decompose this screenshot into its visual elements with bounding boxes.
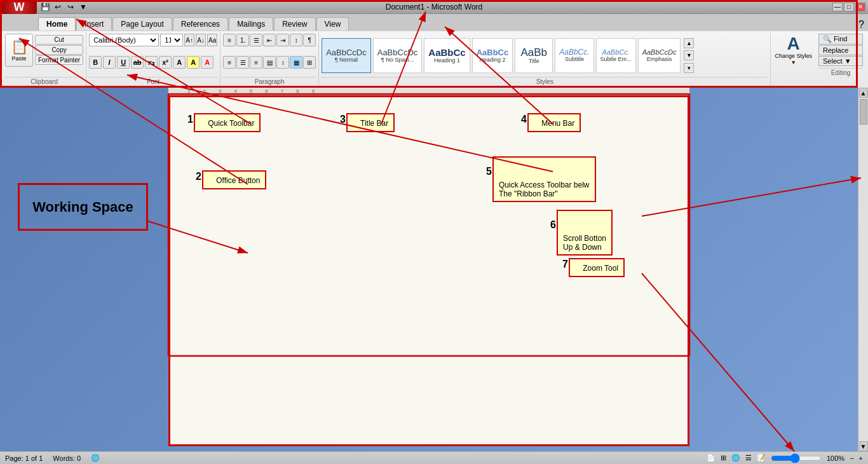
show-marks-button[interactable]: ¶: [303, 34, 316, 46]
subscript-button[interactable]: x₂: [145, 56, 158, 69]
text-effects-button[interactable]: A: [173, 56, 186, 69]
shading-button[interactable]: ▦: [290, 56, 302, 69]
annotation-menu-bar: 4 Menu Bar: [527, 113, 581, 132]
styles-expand-button[interactable]: ▾: [684, 63, 694, 73]
ribbon-content: 📋 Paste Cut Copy Format Painter Clipboar…: [0, 31, 868, 88]
select-button[interactable]: Select ▼: [818, 56, 863, 66]
font-size-select[interactable]: 11: [160, 34, 183, 46]
align-center-button[interactable]: ☰: [236, 56, 249, 69]
style-heading2[interactable]: AaBbCc Heading 2: [472, 38, 513, 73]
tab-mailings[interactable]: Mailings: [229, 17, 273, 31]
scroll-thumb[interactable]: [860, 99, 867, 125]
cut-button[interactable]: Cut: [35, 35, 83, 44]
tab-view[interactable]: View: [316, 17, 349, 31]
clipboard-label: Clipboard: [5, 77, 83, 85]
increase-font-button[interactable]: A↑: [184, 34, 194, 46]
copy-button[interactable]: Copy: [35, 45, 83, 55]
style-no-spacing[interactable]: AaBbCcDc ¶ No Spaci...: [373, 38, 423, 73]
annotation-zoom-tool: 7 Zoom Tool: [569, 258, 625, 277]
tab-page-layout[interactable]: Page Layout: [112, 17, 172, 31]
decrease-font-button[interactable]: A↓: [196, 34, 206, 46]
annotation-quick-access-below: 5 Quick Access Toolbar belw The "Ribbon …: [492, 156, 596, 202]
maximize-button[interactable]: □: [844, 3, 854, 11]
annotation-quick-toolbar: 1 Quick Toolbar: [194, 113, 261, 132]
minimize-button[interactable]: —: [832, 3, 843, 11]
status-bar: Page: 1 of 1 Words: 0 🌐 📄 ⊞ 🌐 ☰ 📝 100% −…: [0, 451, 868, 464]
paste-button[interactable]: 📋 Paste: [5, 34, 33, 67]
font-family-select[interactable]: Calibri (Body): [89, 34, 159, 46]
highlight-button[interactable]: A: [187, 56, 200, 69]
view-outline-button[interactable]: ☰: [745, 454, 752, 462]
help-button[interactable]: ?: [858, 19, 864, 30]
find-button[interactable]: 🔍 Find: [818, 34, 863, 44]
numbering-button[interactable]: 1.: [236, 34, 249, 46]
window-controls: — □ ✕: [832, 3, 865, 11]
style-title[interactable]: AaBb Title: [515, 38, 553, 73]
undo-qa-button[interactable]: ↩: [52, 2, 64, 12]
view-print-button[interactable]: 📄: [707, 454, 715, 462]
change-styles-button[interactable]: A Change Styles ▼: [773, 34, 813, 67]
superscript-button[interactable]: x²: [159, 56, 172, 69]
style-heading1[interactable]: AaBbCc Heading 1: [424, 38, 470, 73]
style-normal[interactable]: AaBbCcDc ¶ Normal: [322, 38, 371, 73]
editing-group: 🔍 Find Replace Select ▼ Editing: [818, 34, 863, 76]
quick-access-toolbar: 💾 ↩ ↪ ▼: [39, 2, 89, 12]
tab-references[interactable]: References: [173, 17, 228, 31]
view-draft-button[interactable]: 📝: [757, 454, 766, 462]
language-indicator: 🌐: [91, 454, 100, 462]
clear-format-button[interactable]: Aa: [207, 34, 217, 46]
increase-indent-button[interactable]: ⇥: [276, 34, 289, 46]
dropdown-qa-button[interactable]: ▼: [78, 2, 89, 12]
office-button[interactable]: W: [1, 0, 37, 14]
window-title: Document1 - Microsoft Word: [386, 3, 483, 11]
zoom-out-button[interactable]: −: [850, 454, 853, 462]
align-right-button[interactable]: ≡: [250, 56, 262, 69]
tab-home[interactable]: Home: [38, 17, 76, 31]
replace-button[interactable]: Replace: [818, 45, 863, 55]
styles-label: Styles: [322, 77, 768, 85]
multilevel-button[interactable]: ☰: [250, 34, 262, 46]
redo-qa-button[interactable]: ↪: [65, 2, 76, 12]
styles-scroll-up-button[interactable]: ▲: [684, 38, 694, 48]
scroll-down-button[interactable]: ▼: [859, 441, 868, 451]
vertical-scrollbar[interactable]: ▲ ▼: [858, 88, 868, 451]
main-area: 123456789 Working Space 1 Quick Toolbar …: [0, 88, 868, 451]
close-button[interactable]: ✕: [855, 3, 865, 11]
page-info: Page: 1 of 1: [5, 454, 43, 462]
status-right: 📄 ⊞ 🌐 ☰ 📝 100% − +: [707, 453, 863, 463]
strikethrough-button[interactable]: ab: [131, 56, 144, 69]
bullets-button[interactable]: ≡: [223, 34, 236, 46]
style-subtle-emphasis[interactable]: AaBbCc. Subtle Em...: [596, 38, 636, 73]
editing-label: Editing: [818, 68, 863, 76]
working-space-label: Working Space: [32, 199, 133, 215]
line-spacing-button[interactable]: ↕: [276, 56, 289, 69]
zoom-in-button[interactable]: +: [859, 454, 863, 462]
sort-button[interactable]: ↕: [290, 34, 302, 46]
annotation-scroll-button: 6 Scroll Botton Up & Down: [557, 210, 613, 256]
paragraph-group: ≡ 1. ☰ ⇤ ⇥ ↕ ¶ ≡ ☰ ≡ ▤ ↕ ▦ ⊞ Paragraph: [220, 32, 319, 86]
zoom-slider[interactable]: [771, 453, 822, 463]
tab-insert[interactable]: Insert: [76, 17, 112, 31]
view-fullscreen-button[interactable]: ⊞: [721, 454, 726, 462]
scroll-up-button[interactable]: ▲: [859, 88, 868, 98]
underline-button[interactable]: U: [117, 56, 130, 69]
style-emphasis[interactable]: AaBbCcDc Emphasis: [638, 38, 681, 73]
title-bar: W 💾 ↩ ↪ ▼ Document1 - Microsoft Word — □…: [0, 0, 868, 14]
justify-button[interactable]: ▤: [263, 56, 276, 69]
styles-group: AaBbCcDc ¶ Normal AaBbCcDc ¶ No Spaci...…: [319, 32, 771, 86]
borders-button[interactable]: ⊞: [303, 56, 316, 69]
bold-button[interactable]: B: [89, 56, 102, 69]
zoom-level: 100%: [827, 454, 844, 462]
style-subtitle[interactable]: AaBbCc. Subtitle: [555, 38, 593, 73]
save-qa-button[interactable]: 💾: [39, 2, 51, 12]
right-ribbon-section: A Change Styles ▼ 🔍 Find Replace Select …: [771, 32, 865, 86]
annotation-title-bar: 3 Title Bar: [346, 113, 395, 132]
align-left-button[interactable]: ≡: [223, 56, 236, 69]
styles-scroll-down-button[interactable]: ▼: [684, 50, 694, 60]
decrease-indent-button[interactable]: ⇤: [263, 34, 276, 46]
format-painter-button[interactable]: Format Painter: [35, 55, 83, 65]
view-web-button[interactable]: 🌐: [731, 454, 740, 462]
font-color-button[interactable]: A: [201, 56, 214, 69]
italic-button[interactable]: I: [103, 56, 116, 69]
tab-review[interactable]: Review: [274, 17, 315, 31]
